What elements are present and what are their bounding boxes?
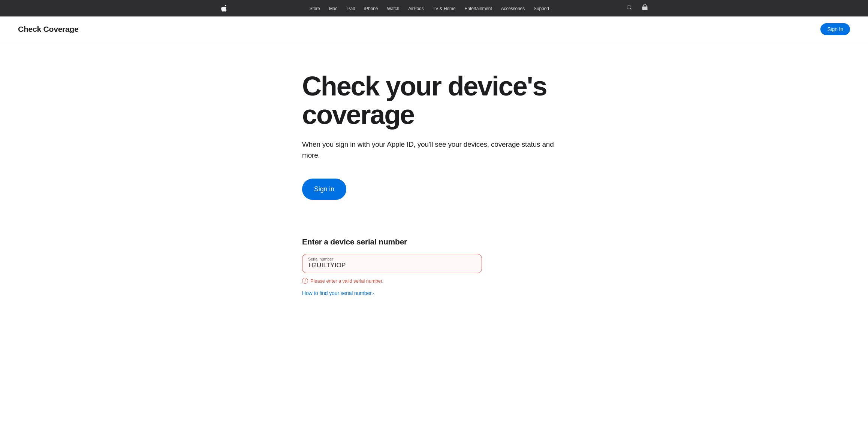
sign-in-header-button[interactable]: Sign In (820, 23, 850, 35)
nav-item-watch[interactable]: Watch (382, 5, 404, 12)
hero-subtitle: When you sign in with your Apple ID, you… (302, 139, 557, 161)
serial-number-input[interactable] (302, 254, 482, 273)
sign-in-main-button[interactable]: Sign in (302, 179, 346, 200)
page-title: Check Coverage (18, 25, 79, 34)
error-text: Please enter a valid serial number. (310, 278, 383, 284)
nav-item-store[interactable]: Store (305, 5, 325, 12)
serial-section: Enter a device serial number Serial numb… (302, 237, 566, 296)
search-icon (627, 0, 632, 16)
nav-menu: Store Mac iPad iPhone Watch AirPods TV &… (236, 5, 623, 12)
serial-input-wrapper: Serial number (302, 254, 482, 273)
chevron-right-icon: › (373, 291, 374, 296)
main-content: Check your device's coverage When you si… (284, 42, 584, 341)
error-message-container: ! Please enter a valid serial number. (302, 278, 566, 284)
hero-title: Check your device's coverage (302, 72, 566, 129)
bag-icon (642, 0, 648, 16)
search-button[interactable] (623, 0, 636, 18)
nav-item-entertainment[interactable]: Entertainment (460, 5, 496, 12)
how-to-find-serial-link[interactable]: How to find your serial number› (302, 290, 374, 296)
nav-item-mac[interactable]: Mac (325, 5, 342, 12)
nav-item-airpods[interactable]: AirPods (404, 5, 428, 12)
error-icon: ! (302, 278, 308, 284)
apple-logo-icon[interactable] (217, 5, 231, 12)
subheader: Check Coverage Sign In (0, 16, 868, 42)
nav-item-tv-home[interactable]: TV & Home (428, 5, 460, 12)
nav-item-iphone[interactable]: iPhone (360, 5, 383, 12)
serial-section-title: Enter a device serial number (302, 237, 566, 246)
bag-button[interactable] (638, 0, 651, 18)
navigation: Store Mac iPad iPhone Watch AirPods TV &… (0, 0, 868, 16)
nav-icon-group (623, 0, 651, 18)
nav-item-ipad[interactable]: iPad (342, 5, 360, 12)
nav-item-support[interactable]: Support (529, 5, 554, 12)
nav-item-accessories[interactable]: Accessories (497, 5, 529, 12)
